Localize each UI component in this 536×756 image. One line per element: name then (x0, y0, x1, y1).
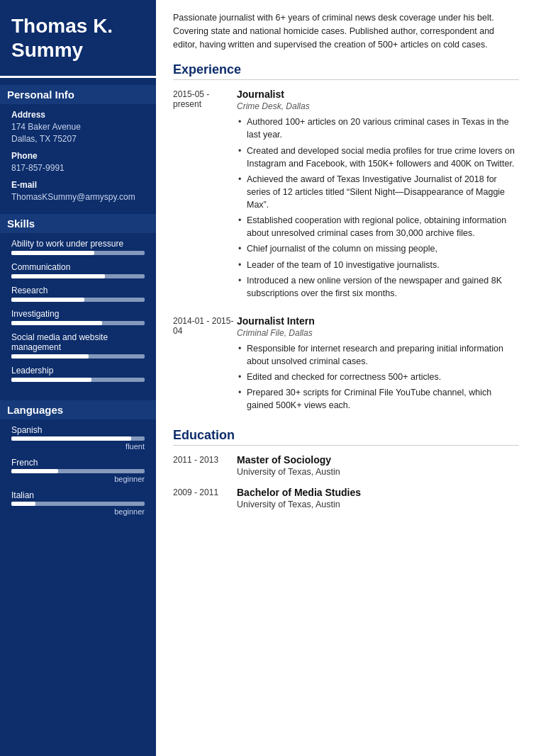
bullet-item: Edited and checked for correctness 500+ … (237, 371, 519, 383)
language-level: beginner (11, 507, 145, 516)
name-block: Thomas K. Summy (0, 0, 156, 78)
language-name: French (11, 458, 145, 468)
exp-content: Journalist Intern Criminal File, Dallas … (237, 315, 519, 415)
exp-date: 2015-05 - present (173, 89, 237, 303)
edu-degree: Master of Sociology (237, 454, 519, 466)
education-entry: 2011 - 2013 Master of Sociology Universi… (173, 454, 519, 477)
edu-content: Bachelor of Media Studies University of … (237, 487, 519, 509)
language-bar-fill (11, 469, 58, 473)
skill-name: Research (11, 286, 145, 295)
name-line2: Summy (11, 39, 83, 61)
skill-bar-bg (11, 274, 145, 278)
edu-date: 2011 - 2013 (173, 454, 237, 477)
bullet-item: Prepared 30+ scripts for Criminal File Y… (237, 386, 519, 412)
experience-list: 2015-05 - present Journalist Crime Desk,… (173, 89, 519, 414)
skill-bar-bg (11, 354, 145, 359)
bullet-item: Responsible for internet research and pr… (237, 342, 519, 368)
exp-company: Criminal File, Dallas (237, 328, 519, 338)
languages-list: Spanish fluent French beginner Italian b… (11, 425, 145, 516)
phone-label: Phone (11, 151, 145, 161)
skill-bar-fill (11, 354, 89, 359)
skill-bar-bg (11, 298, 145, 302)
edu-school: University of Texas, Austin (237, 467, 519, 477)
skill-item: Investigating (11, 309, 145, 325)
exp-title: Journalist (237, 89, 519, 100)
skill-item: Social media and website management (11, 332, 145, 359)
language-bar-bg (11, 469, 145, 473)
experience-section-title: Experience (173, 62, 519, 80)
bullet-item: Introduced a new online version of the n… (237, 274, 519, 300)
bullet-item: Leader of the team of 10 investigative j… (237, 259, 519, 271)
edu-date: 2009 - 2011 (173, 487, 237, 509)
education-entry: 2009 - 2011 Bachelor of Media Studies Un… (173, 487, 519, 509)
skill-name: Ability to work under pressure (11, 239, 145, 249)
personal-info-section: Personal Info Address 174 Baker Avenue D… (0, 78, 156, 207)
name-line1: Thomas K. (11, 15, 113, 37)
email-value: ThomasKSummy@armyspy.com (11, 191, 145, 203)
languages-section: Languages Spanish fluent French beginner… (0, 393, 156, 527)
language-bar-fill (11, 436, 131, 441)
bullet-item: Created and developed social media profi… (237, 145, 519, 170)
bullet-item: Authored 100+ articles on 20 various cri… (237, 115, 519, 141)
skill-item: Research (11, 286, 145, 302)
language-bar-bg (11, 436, 145, 441)
address-label: Address (11, 110, 145, 120)
sidebar: Thomas K. Summy Personal Info Address 17… (0, 0, 156, 756)
address-line1: 174 Baker Avenue (11, 121, 145, 133)
language-level: beginner (11, 475, 145, 483)
skill-bar-fill (11, 378, 91, 382)
personal-info-title: Personal Info (0, 85, 156, 104)
address-line2: Dallas, TX 75207 (11, 133, 145, 145)
skill-name: Communication (11, 262, 145, 272)
skill-bar-bg (11, 378, 145, 382)
experience-entry: 2015-05 - present Journalist Crime Desk,… (173, 89, 519, 303)
language-item: Italian beginner (11, 490, 145, 516)
phone-value: 817-857-9991 (11, 162, 145, 174)
language-bar-fill (11, 502, 35, 506)
exp-bullets: Responsible for internet research and pr… (237, 342, 519, 412)
skills-section: Skills Ability to work under pressure Co… (0, 207, 156, 393)
edu-degree: Bachelor of Media Studies (237, 487, 519, 498)
skill-name: Investigating (11, 309, 145, 319)
skill-bar-fill (11, 321, 102, 325)
skill-bar-bg (11, 321, 145, 325)
skill-item: Ability to work under pressure (11, 239, 145, 255)
exp-date: 2014-01 - 2015-04 (173, 315, 237, 415)
education-list: 2011 - 2013 Master of Sociology Universi… (173, 454, 519, 509)
skill-bar-bg (11, 251, 145, 255)
language-item: French beginner (11, 458, 145, 483)
skills-title: Skills (0, 214, 156, 233)
skill-name: Leadership (11, 366, 145, 376)
skill-bar-fill (11, 274, 105, 278)
language-bar-bg (11, 502, 145, 506)
email-label: E-mail (11, 180, 145, 190)
language-item: Spanish fluent (11, 425, 145, 451)
skill-bar-fill (11, 251, 94, 255)
edu-school: University of Texas, Austin (237, 500, 519, 509)
summary-text: Passionate journalist with 6+ years of c… (173, 11, 519, 51)
language-name: Italian (11, 490, 145, 500)
experience-entry: 2014-01 - 2015-04 Journalist Intern Crim… (173, 315, 519, 415)
skill-name: Social media and website management (11, 332, 145, 352)
skills-list: Ability to work under pressure Communica… (11, 239, 145, 382)
language-level: fluent (11, 442, 145, 451)
bullet-item: Achieved the award of Texas Investigativ… (237, 173, 519, 211)
exp-bullets: Authored 100+ articles on 20 various cri… (237, 115, 519, 300)
bullet-item: Chief journalist of the column on missin… (237, 242, 519, 255)
exp-content: Journalist Crime Desk, Dallas Authored 1… (237, 89, 519, 303)
bullet-item: Established cooperation with regional po… (237, 214, 519, 239)
exp-title: Journalist Intern (237, 315, 519, 327)
edu-content: Master of Sociology University of Texas,… (237, 454, 519, 477)
exp-company: Crime Desk, Dallas (237, 101, 519, 111)
main-content: Passionate journalist with 6+ years of c… (156, 0, 536, 756)
skill-item: Leadership (11, 366, 145, 382)
language-name: Spanish (11, 425, 145, 435)
languages-title: Languages (0, 400, 156, 419)
education-section-title: Education (173, 428, 519, 446)
skill-item: Communication (11, 262, 145, 278)
skill-bar-fill (11, 298, 84, 302)
